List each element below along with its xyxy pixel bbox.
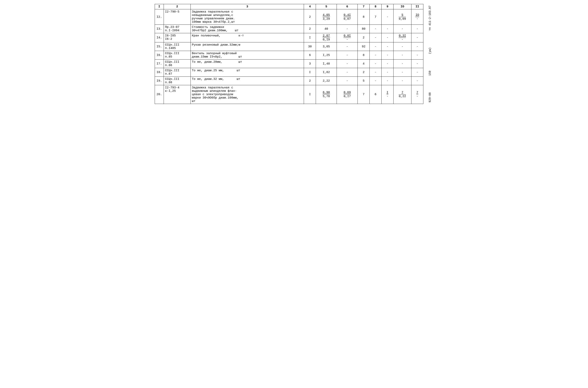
- row-col4: I: [304, 85, 316, 104]
- table-row: I7. ССЦч.III п.86 То же, диам.20мм, шт 3…: [155, 60, 423, 68]
- row-code: I6-I85 I6-2: [164, 33, 190, 42]
- row-col11: -: [411, 25, 423, 33]
- col-header-2: 2: [164, 4, 190, 9]
- col-header-8: 8: [370, 4, 382, 9]
- row-col5: 3,05: [316, 42, 337, 51]
- col-header-5: 5: [316, 4, 337, 9]
- row-col11: -: [411, 42, 423, 51]
- row-col11: 7 -: [411, 85, 423, 104]
- row-col9: -: [382, 68, 394, 77]
- table-row: I4. I6-I85 I6-2 Кран поливочный, к-т I 2…: [155, 33, 423, 42]
- row-col10: 0,3I -: [394, 33, 411, 42]
- col-header-11: II: [411, 4, 423, 9]
- row-col9: -: [382, 33, 394, 42]
- row-desc: Кран поливочный, к-т: [190, 33, 304, 42]
- row-col10: -: [394, 42, 411, 51]
- page-wrapper: I 2 3 4 5 6 7 8 9 IO II I2. I2-790-5: [155, 4, 433, 104]
- row-col6: -: [337, 68, 358, 77]
- row-col6: -: [337, 42, 358, 51]
- row-col5: I,48: [316, 60, 337, 68]
- row-code: ССЦч.III п.85: [164, 51, 190, 60]
- row-col5: 4,05 3,29: [316, 9, 337, 25]
- row-col8: -: [370, 77, 382, 85]
- row-desc: То же, диам.32 мм, шт: [190, 77, 304, 85]
- side-labels: тп 411-2-183.87 (уш) 159 929-08: [425, 4, 434, 104]
- table-row: I6. ССЦч.III п.85 Вентиль запорный муфто…: [155, 51, 423, 60]
- row-col9: -: [382, 51, 394, 60]
- col-header-7: 7: [358, 4, 370, 9]
- side-label-1: тп 411-2-183.87: [428, 6, 432, 31]
- row-col7: 80: [358, 25, 370, 33]
- main-table: I 2 3 4 5 6 7 8 9 IO II I2. I2-790-5: [155, 4, 423, 104]
- row-code: ССЦч.III п.86: [164, 60, 190, 68]
- row-num: I5.: [155, 42, 164, 51]
- row-col5: 6,90 5,78: [316, 85, 337, 104]
- row-col6: 0,69 0,I7: [337, 85, 358, 104]
- table-row: I3. Пр.23-07 п.I-I094 Стоимость задвижки…: [155, 25, 423, 33]
- row-col4: I: [304, 33, 316, 42]
- row-num: I2.: [155, 9, 164, 25]
- row-col9: -: [382, 9, 394, 25]
- row-col8: -: [370, 51, 382, 60]
- table-row: I2. I2-790-5 Задвижка параллельная с нев…: [155, 9, 423, 25]
- row-col5: 2,22: [316, 77, 337, 85]
- row-col9: -: [382, 77, 394, 85]
- row-code: I2-790-5: [164, 9, 190, 25]
- row-col10: -: [394, 60, 411, 68]
- row-col4: 30: [304, 42, 316, 51]
- row-col5: I,82: [316, 68, 337, 77]
- row-col4: 3: [304, 60, 316, 68]
- table-row: I5. ССЦч.III п.I485 Рукав резиновый диам…: [155, 42, 423, 51]
- table-row: 20. I2-793-4 к-I,25 Задвижка параллельна…: [155, 85, 423, 104]
- row-col7: 8: [358, 9, 370, 25]
- row-num: 20.: [155, 85, 164, 104]
- row-col6: 0,4I 0,07: [337, 9, 358, 25]
- row-col7: 8: [358, 51, 370, 60]
- row-col10: -: [394, 51, 411, 60]
- col-header-4: 4: [304, 4, 316, 9]
- row-col4: 2: [304, 9, 316, 25]
- row-col8: -: [370, 42, 382, 51]
- col-header-10: IO: [394, 4, 411, 9]
- row-col9: -: [382, 25, 394, 33]
- row-col5: 40: [316, 25, 337, 33]
- row-code: Пр.23-07 п.I-I094: [164, 25, 190, 33]
- row-desc: То же, диам.25 мм, шт: [190, 68, 304, 77]
- row-col7: 2: [358, 33, 370, 42]
- col-header-6: 6: [337, 4, 358, 9]
- row-col4: 6: [304, 51, 316, 60]
- row-desc: Рукав резиновый диам.32мм;м: [190, 42, 304, 51]
- row-col10: 5 0,09: [394, 9, 411, 25]
- row-col10: -: [394, 77, 411, 85]
- row-col8: -: [370, 25, 382, 33]
- row-col8: 6: [370, 85, 382, 104]
- side-label-3: 159: [428, 71, 432, 76]
- row-col4: 2: [304, 77, 316, 85]
- table-header-row: I 2 3 4 5 6 7 8 9 IO II: [155, 4, 423, 9]
- row-code: ССЦч.III п.87: [164, 68, 190, 77]
- row-num: I6.: [155, 51, 164, 60]
- row-col10: 7 0,22: [394, 85, 411, 104]
- table-row: I8. ССЦч.III п.87 То же, диам.25 мм, шт …: [155, 68, 423, 77]
- col-header-1: I: [155, 4, 164, 9]
- row-desc: То же, диам.20мм, шт: [190, 60, 304, 68]
- row-desc: Задвижка параллельная с выдвижным шпинде…: [190, 85, 304, 104]
- row-col7: 4: [358, 60, 370, 68]
- row-col9: I -: [382, 85, 394, 104]
- row-desc: Задвижка параллельная с невыдвижным шпин…: [190, 9, 304, 25]
- row-desc: Стоимость задвижки 30ч47бр2 диам.100мм, …: [190, 25, 304, 33]
- row-col5: I,25: [316, 51, 337, 60]
- row-col6: 0,0I -: [337, 33, 358, 42]
- row-col10: -: [394, 68, 411, 77]
- row-num: I4.: [155, 33, 164, 42]
- row-col6: -: [337, 60, 358, 68]
- table-row: I9. ССЦч.III п.88 То же, диам.32 мм, шт …: [155, 77, 423, 85]
- row-col6: -: [337, 25, 358, 33]
- row-col8: -: [370, 33, 382, 42]
- row-col7: 5: [358, 77, 370, 85]
- col-header-9: 9: [382, 4, 394, 9]
- row-col6: -: [337, 77, 358, 85]
- col-header-3: 3: [190, 4, 304, 9]
- side-label-2: (уш): [428, 47, 432, 54]
- row-col8: -: [370, 60, 382, 68]
